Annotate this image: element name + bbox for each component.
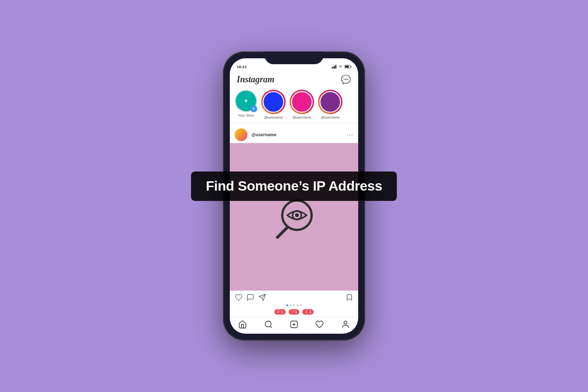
- instagram-header: Instagram: [230, 72, 358, 88]
- story-item-yours[interactable]: + Your Story: [235, 90, 257, 119]
- comment-badge-icon: [277, 310, 280, 314]
- svg-rect-3: [336, 65, 337, 69]
- story-avatar-1: [263, 91, 284, 113]
- svg-point-12: [295, 213, 299, 217]
- share-action-icon[interactable]: [258, 294, 266, 301]
- bookmark-action-icon[interactable]: [345, 294, 353, 301]
- post-header: @username ···: [230, 126, 358, 143]
- story-ring-3: [318, 90, 343, 114]
- phone-notch: [265, 51, 323, 64]
- your-story-avatar: +: [235, 90, 257, 112]
- search-nav-icon[interactable]: [264, 320, 273, 329]
- dot-4: [300, 304, 302, 306]
- post-menu-dots[interactable]: ···: [347, 131, 353, 138]
- svg-rect-0: [332, 67, 333, 69]
- post-avatar: [235, 128, 247, 141]
- story-avatar-2: [291, 91, 313, 113]
- post-actions: [230, 291, 358, 304]
- svg-line-9: [277, 228, 287, 237]
- post-image: [230, 143, 358, 291]
- story-label-3: @username: [321, 116, 340, 119]
- post-username: @username: [251, 132, 343, 137]
- feed-divider: [230, 123, 358, 123]
- heart-badge-icon: [291, 310, 294, 314]
- comment-badge-count: 1: [281, 310, 283, 314]
- dot-3: [296, 304, 298, 306]
- svg-point-16: [265, 321, 271, 327]
- svg-point-15: [306, 311, 307, 312]
- story-ring-1: [261, 90, 286, 114]
- status-icons: [332, 65, 351, 69]
- dots-indicator: [230, 304, 358, 308]
- dot-1: [290, 304, 292, 306]
- svg-text:+: +: [244, 98, 247, 104]
- heart-action-icon[interactable]: [235, 294, 243, 301]
- svg-line-17: [270, 326, 271, 327]
- heart-badge: 1: [289, 309, 300, 315]
- heart-badge-count: 1: [295, 310, 297, 314]
- comment-action-icon[interactable]: [246, 294, 254, 301]
- profile-nav-icon[interactable]: [341, 320, 350, 329]
- person-badge-count: 1: [309, 310, 311, 314]
- story-avatar-3: [319, 91, 341, 113]
- add-nav-icon[interactable]: [290, 320, 298, 329]
- bottom-nav: [230, 317, 358, 334]
- messenger-icon[interactable]: [341, 74, 351, 85]
- title-overlay: Find Someone’s IP Address: [191, 172, 397, 201]
- stories-row: + Your Story @username: [230, 88, 358, 123]
- story-item-2[interactable]: @username: [290, 90, 314, 119]
- instagram-logo: Instagram: [237, 74, 274, 85]
- dot-active: [286, 304, 288, 306]
- battery-icon: [344, 65, 351, 69]
- svg-point-21: [344, 321, 347, 324]
- home-nav-icon[interactable]: [238, 320, 247, 329]
- dot-2: [293, 304, 295, 306]
- story-label-1: @username: [264, 116, 283, 119]
- story-item-3[interactable]: @username: [318, 90, 343, 119]
- story-label-yours: Your Story: [238, 114, 254, 117]
- svg-rect-2: [334, 66, 335, 69]
- heart-nav-icon[interactable]: [315, 320, 324, 329]
- story-ring-2: [290, 90, 314, 114]
- status-time: 18:21: [237, 65, 246, 69]
- svg-rect-6: [351, 66, 352, 68]
- svg-rect-1: [333, 67, 334, 69]
- svg-rect-5: [345, 66, 349, 68]
- notification-badges: 1 1 1: [230, 308, 358, 317]
- main-scene: 18:21: [223, 51, 365, 341]
- person-badge-icon: [305, 310, 308, 314]
- wifi-icon: [338, 65, 343, 69]
- comment-badge: 1: [274, 309, 286, 315]
- signal-icon: [332, 65, 337, 69]
- story-label-2: @username: [293, 116, 311, 119]
- person-badge: 1: [302, 309, 314, 315]
- story-item-1[interactable]: @username: [261, 90, 286, 119]
